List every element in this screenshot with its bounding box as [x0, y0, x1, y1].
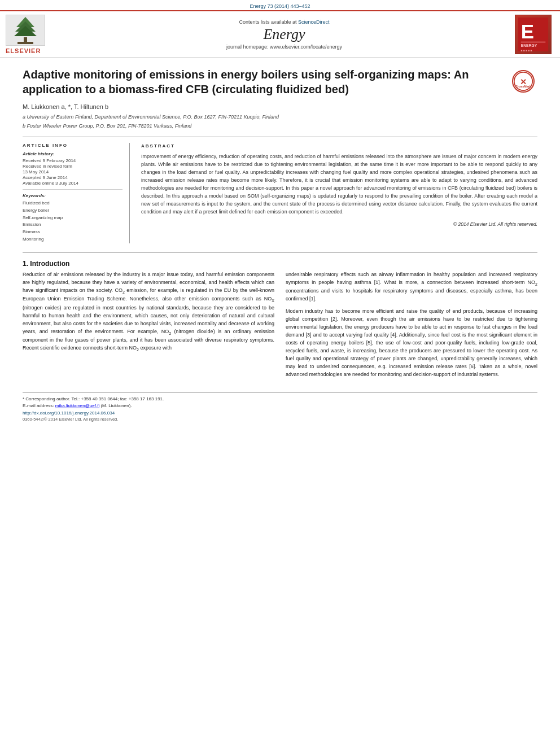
energy-journal-logo: E ENERGY ■ ■ ■ ■ ■	[515, 15, 552, 54]
section-1-title: 1. Introduction	[23, 260, 537, 268]
keyword-2: Energy boiler	[23, 207, 123, 215]
online-date: Available online 3 July 2014	[23, 181, 123, 186]
doi-link[interactable]: http://dx.doi.org/10.1016/j.energy.2014.…	[23, 410, 115, 416]
article-info-abstract: ARTICLE INFO Article history: Received 9…	[23, 137, 537, 243]
article-history-label: Article history:	[23, 151, 123, 156]
section-divider	[23, 252, 537, 253]
keyword-3: Self-organizing map	[23, 215, 123, 222]
svg-text:CrossMark: CrossMark	[515, 85, 531, 88]
keyword-4: Emission	[23, 221, 123, 229]
received-date: Received 9 February 2014	[23, 158, 123, 163]
abstract-panel: ABSTRACT Improvement of energy efficienc…	[141, 143, 537, 243]
affiliations: a University of Eastern Finland, Departm…	[23, 113, 537, 130]
crossmark-icon: ✕ CrossMark	[512, 70, 535, 93]
article-title: Adaptive monitoring of emissions in ener…	[23, 67, 537, 97]
section-1-right: undesirable respiratory effects such as …	[286, 271, 537, 383]
authors-line: M. Liukkonen a, *, T. Hiltunen b	[23, 103, 537, 110]
journal-homepage: journal homepage: www.elsevier.com/locat…	[56, 44, 512, 50]
copyright-line: © 2014 Elsevier Ltd. All rights reserved…	[141, 221, 537, 228]
keywords-label: Keywords:	[23, 193, 123, 198]
author-email-link[interactable]: mika.liukkonen@uef.fi	[55, 403, 99, 408]
accepted-date: Accepted 9 June 2014	[23, 175, 123, 180]
journal-center-info: Contents lists available at ScienceDirec…	[56, 19, 512, 50]
svg-text:E: E	[521, 20, 534, 42]
keyword-5: Biomass	[23, 229, 123, 236]
keywords-list: Fluidized bed Energy boiler Self-organiz…	[23, 200, 123, 243]
svg-text:ENERGY: ENERGY	[521, 43, 537, 47]
revised-label: Received in revised form	[23, 164, 123, 169]
issn-line: 0360-5442/© 2014 Elsevier Ltd. All right…	[23, 417, 537, 422]
journal-reference: Energy 73 (2014) 443–452	[0, 0, 560, 10]
svg-rect-4	[18, 42, 33, 44]
doi-link-line: http://dx.doi.org/10.1016/j.energy.2014.…	[23, 410, 537, 416]
intro-para-2: undesirable respiratory effects such as …	[286, 271, 537, 303]
affiliation-b: b Foster Wheeler Power Group, P.O. Box 2…	[23, 123, 537, 130]
section-1-body: Reduction of air emissions released by t…	[23, 271, 537, 383]
svg-text:■ ■ ■ ■ ■: ■ ■ ■ ■ ■	[521, 49, 532, 51]
journal-header: ELSEVIER Contents lists available at Sci…	[0, 10, 560, 58]
elsevier-logo: ELSEVIER	[6, 15, 56, 54]
article-info-heading: ARTICLE INFO	[23, 143, 123, 148]
abstract-text: Improvement of energy efficiency, reduct…	[141, 153, 537, 216]
article-info-panel: ARTICLE INFO Article history: Received 9…	[23, 143, 130, 243]
revised-date: 13 May 2014	[23, 169, 123, 174]
corresponding-author-note: * Corresponding author. Tel.: +358 40 35…	[23, 396, 537, 401]
email-note: E-mail address: mika.liukkonen@uef.fi (M…	[23, 403, 537, 408]
elsevier-tree-image	[6, 15, 45, 46]
keyword-6: Monitoring	[23, 236, 123, 243]
main-content: Adaptive monitoring of emissions in ener…	[0, 58, 560, 433]
affiliation-a: a University of Eastern Finland, Departm…	[23, 113, 537, 121]
journal-name: Energy	[56, 26, 512, 43]
journal-logo-right: E ENERGY ■ ■ ■ ■ ■	[512, 15, 554, 54]
abstract-heading: ABSTRACT	[141, 143, 537, 150]
svg-rect-7	[521, 42, 546, 43]
intro-para-1: Reduction of air emissions released by t…	[23, 271, 274, 353]
keyword-1: Fluidized bed	[23, 200, 123, 207]
crossmark-badge[interactable]: ✕ CrossMark	[509, 67, 537, 95]
article-footer: * Corresponding author. Tel.: +358 40 35…	[23, 392, 537, 422]
intro-para-3: Modern industry has to become more effic…	[286, 308, 537, 378]
elsevier-brand-name: ELSEVIER	[6, 47, 56, 54]
science-direct-link[interactable]: ScienceDirect	[298, 19, 330, 25]
science-direct-line: Contents lists available at ScienceDirec…	[56, 19, 512, 25]
section-1-left: Reduction of air emissions released by t…	[23, 271, 274, 383]
